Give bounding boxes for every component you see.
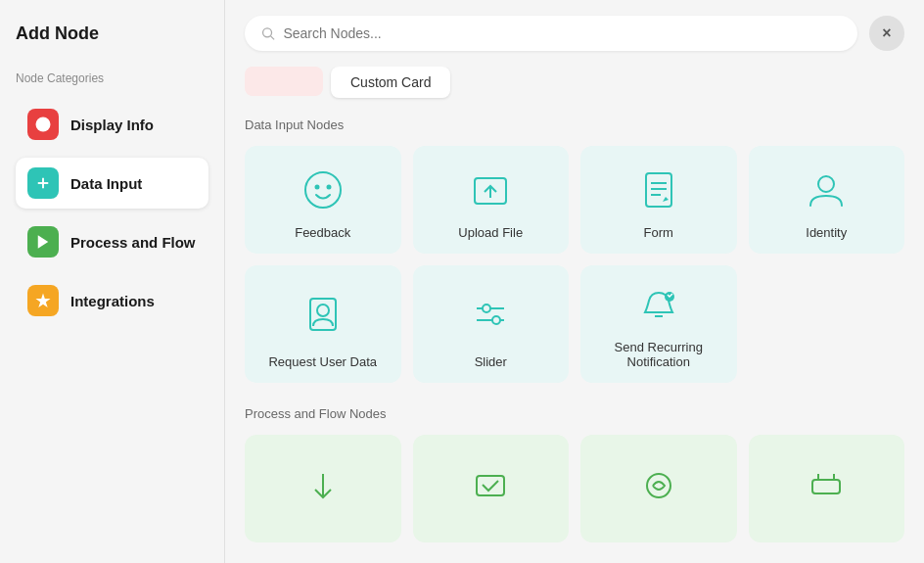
sidebar: Add Node Node Categories ! Display Info … <box>0 0 225 563</box>
identity-icon <box>801 164 852 215</box>
sidebar-item-process-flow[interactable]: Process and Flow <box>16 216 208 267</box>
slider-icon <box>465 289 516 340</box>
process-flow-grid <box>245 435 904 542</box>
svg-point-18 <box>317 305 329 316</box>
process-flow-section-label: Process and Flow Nodes <box>245 406 904 421</box>
node-card-pf3[interactable] <box>580 435 737 542</box>
svg-rect-26 <box>477 476 504 495</box>
svg-point-20 <box>483 305 490 312</box>
search-icon <box>260 25 275 41</box>
svg-rect-28 <box>812 480 840 493</box>
pf4-icon <box>807 466 846 505</box>
tab-custom-card[interactable]: Custom Card <box>331 67 450 98</box>
sidebar-title: Add Node <box>16 23 208 44</box>
node-card-feedback[interactable]: Feedback <box>245 146 401 254</box>
search-input[interactable] <box>283 25 842 41</box>
empty-slot <box>749 265 905 383</box>
pf3-icon <box>639 466 678 505</box>
search-bar-container <box>245 16 857 51</box>
node-card-slider[interactable]: Slider <box>413 265 570 383</box>
upload-file-icon <box>465 164 516 215</box>
node-label-form: Form <box>644 225 673 240</box>
svg-marker-4 <box>38 235 49 249</box>
pf1-icon <box>303 466 343 505</box>
sidebar-item-label-display-info: Display Info <box>70 117 154 133</box>
integrations-icon <box>27 285 59 316</box>
tab-inactive[interactable] <box>245 67 323 96</box>
request-user-data-icon <box>298 289 348 340</box>
svg-text:!: ! <box>41 118 45 130</box>
node-card-form[interactable]: Form <box>580 146 737 254</box>
node-label-identity: Identity <box>806 225 847 240</box>
sidebar-item-display-info[interactable]: ! Display Info <box>16 99 208 150</box>
svg-point-9 <box>327 185 330 188</box>
svg-point-5 <box>263 28 272 37</box>
node-card-request-user-data[interactable]: Request User Data <box>245 265 401 383</box>
svg-line-6 <box>271 36 275 40</box>
node-label-slider: Slider <box>475 354 507 369</box>
node-card-upload-file[interactable]: Upload File <box>413 146 570 254</box>
main-content: × Custom Card Data Input Nodes F <box>225 0 924 563</box>
svg-point-8 <box>315 185 318 188</box>
send-recurring-notification-icon <box>633 281 684 332</box>
svg-point-16 <box>818 176 834 192</box>
content-area: Custom Card Data Input Nodes Feedback <box>225 67 924 563</box>
node-card-pf2[interactable] <box>413 435 570 542</box>
close-button[interactable]: × <box>869 16 904 51</box>
node-card-pf4[interactable] <box>749 435 905 542</box>
svg-point-7 <box>305 172 341 208</box>
node-label-upload-file: Upload File <box>458 225 523 240</box>
node-card-send-recurring-notification[interactable]: Send Recurring Notification <box>580 265 737 383</box>
sidebar-item-data-input[interactable]: Data Input <box>16 158 208 209</box>
form-icon <box>633 164 684 215</box>
data-input-icon <box>27 167 59 199</box>
sidebar-item-integrations[interactable]: Integrations <box>16 275 208 326</box>
feedback-icon <box>298 164 348 215</box>
node-card-pf1[interactable] <box>245 435 401 542</box>
node-label-send-recurring-notification: Send Recurring Notification <box>592 340 725 369</box>
node-label-feedback: Feedback <box>295 225 350 240</box>
top-bar: × <box>225 0 924 67</box>
sidebar-item-label-process-flow: Process and Flow <box>70 234 196 251</box>
node-label-request-user-data: Request User Data <box>268 354 377 369</box>
tabs-row: Custom Card <box>245 67 904 98</box>
process-flow-icon <box>27 226 59 258</box>
data-input-section-label: Data Input Nodes <box>245 117 904 132</box>
data-input-grid: Feedback Upload File <box>245 146 904 383</box>
svg-point-22 <box>492 316 500 324</box>
node-categories-label: Node Categories <box>16 71 208 85</box>
sidebar-item-label-data-input: Data Input <box>70 175 142 192</box>
sidebar-item-label-integrations: Integrations <box>70 293 155 309</box>
svg-point-27 <box>647 474 670 497</box>
node-card-identity[interactable]: Identity <box>749 146 905 254</box>
display-info-icon: ! <box>27 109 59 140</box>
pf2-icon <box>471 466 510 505</box>
